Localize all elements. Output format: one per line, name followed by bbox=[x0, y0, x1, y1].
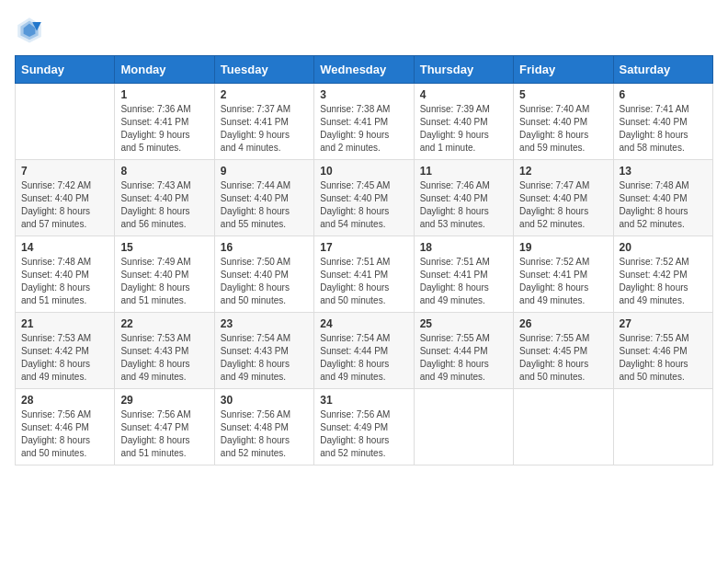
day-number: 22 bbox=[120, 317, 208, 330]
day-number: 15 bbox=[120, 241, 208, 254]
day-number: 18 bbox=[420, 241, 507, 254]
calendar-cell: 14Sunrise: 7:48 AM Sunset: 4:40 PM Dayli… bbox=[16, 236, 115, 313]
day-info: Sunrise: 7:47 AM Sunset: 4:40 PM Dayligh… bbox=[519, 179, 607, 231]
day-info: Sunrise: 7:54 AM Sunset: 4:43 PM Dayligh… bbox=[221, 332, 308, 384]
logo bbox=[15, 15, 50, 44]
day-info: Sunrise: 7:50 AM Sunset: 4:40 PM Dayligh… bbox=[221, 256, 308, 307]
calendar-cell: 18Sunrise: 7:51 AM Sunset: 4:41 PM Dayli… bbox=[414, 236, 513, 313]
calendar-cell: 23Sunrise: 7:54 AM Sunset: 4:43 PM Dayli… bbox=[214, 313, 313, 389]
calendar-cell: 21Sunrise: 7:53 AM Sunset: 4:42 PM Dayli… bbox=[16, 313, 115, 389]
day-info: Sunrise: 7:46 AM Sunset: 4:40 PM Dayligh… bbox=[420, 179, 507, 231]
day-info: Sunrise: 7:36 AM Sunset: 4:41 PM Dayligh… bbox=[120, 103, 208, 155]
day-number: 3 bbox=[320, 88, 407, 101]
day-number: 8 bbox=[120, 165, 208, 178]
day-number: 2 bbox=[221, 88, 308, 101]
calendar-cell: 26Sunrise: 7:55 AM Sunset: 4:45 PM Dayli… bbox=[514, 313, 613, 389]
day-number: 16 bbox=[221, 241, 308, 254]
day-info: Sunrise: 7:48 AM Sunset: 4:40 PM Dayligh… bbox=[21, 256, 108, 307]
calendar-cell bbox=[514, 389, 613, 465]
day-info: Sunrise: 7:37 AM Sunset: 4:41 PM Dayligh… bbox=[221, 103, 308, 155]
calendar-week-row: 14Sunrise: 7:48 AM Sunset: 4:40 PM Dayli… bbox=[16, 236, 713, 313]
day-number: 24 bbox=[320, 317, 407, 330]
calendar-cell: 25Sunrise: 7:55 AM Sunset: 4:44 PM Dayli… bbox=[414, 313, 513, 389]
day-info: Sunrise: 7:53 AM Sunset: 4:42 PM Dayligh… bbox=[21, 332, 108, 384]
calendar-cell: 15Sunrise: 7:49 AM Sunset: 4:40 PM Dayli… bbox=[115, 236, 214, 313]
day-headers-row: SundayMondayTuesdayWednesdayThursdayFrid… bbox=[16, 56, 713, 84]
calendar-cell bbox=[414, 389, 513, 465]
day-number: 30 bbox=[221, 394, 308, 407]
calendar-cell bbox=[16, 84, 115, 160]
day-info: Sunrise: 7:52 AM Sunset: 4:42 PM Dayligh… bbox=[620, 256, 707, 307]
day-header-wednesday: Wednesday bbox=[314, 56, 414, 84]
day-number: 9 bbox=[221, 165, 308, 178]
day-info: Sunrise: 7:39 AM Sunset: 4:40 PM Dayligh… bbox=[420, 103, 507, 155]
calendar-week-row: 28Sunrise: 7:56 AM Sunset: 4:46 PM Dayli… bbox=[16, 389, 713, 465]
calendar-cell: 3Sunrise: 7:38 AM Sunset: 4:41 PM Daylig… bbox=[314, 84, 414, 160]
calendar-cell: 29Sunrise: 7:56 AM Sunset: 4:47 PM Dayli… bbox=[115, 389, 214, 465]
day-number: 17 bbox=[320, 241, 407, 254]
calendar-cell: 1Sunrise: 7:36 AM Sunset: 4:41 PM Daylig… bbox=[115, 84, 214, 160]
day-number: 23 bbox=[221, 317, 308, 330]
calendar-cell: 2Sunrise: 7:37 AM Sunset: 4:41 PM Daylig… bbox=[214, 84, 313, 160]
header bbox=[15, 15, 713, 44]
calendar-cell: 22Sunrise: 7:53 AM Sunset: 4:43 PM Dayli… bbox=[115, 313, 214, 389]
calendar-cell: 24Sunrise: 7:54 AM Sunset: 4:44 PM Dayli… bbox=[314, 313, 414, 389]
day-info: Sunrise: 7:56 AM Sunset: 4:48 PM Dayligh… bbox=[221, 408, 308, 460]
calendar-cell: 6Sunrise: 7:41 AM Sunset: 4:40 PM Daylig… bbox=[613, 84, 712, 160]
day-info: Sunrise: 7:55 AM Sunset: 4:44 PM Dayligh… bbox=[420, 332, 507, 384]
calendar-cell: 5Sunrise: 7:40 AM Sunset: 4:40 PM Daylig… bbox=[514, 84, 613, 160]
day-number: 14 bbox=[21, 241, 108, 254]
calendar-cell: 7Sunrise: 7:42 AM Sunset: 4:40 PM Daylig… bbox=[16, 160, 115, 236]
day-number: 12 bbox=[519, 165, 607, 178]
day-info: Sunrise: 7:45 AM Sunset: 4:40 PM Dayligh… bbox=[320, 179, 407, 231]
day-header-sunday: Sunday bbox=[16, 56, 115, 84]
calendar-table: SundayMondayTuesdayWednesdayThursdayFrid… bbox=[15, 55, 713, 465]
day-number: 28 bbox=[21, 394, 108, 407]
day-number: 6 bbox=[620, 88, 707, 101]
day-number: 21 bbox=[21, 317, 108, 330]
day-number: 20 bbox=[620, 241, 707, 254]
day-number: 1 bbox=[120, 88, 208, 101]
day-number: 10 bbox=[320, 165, 407, 178]
calendar-cell: 28Sunrise: 7:56 AM Sunset: 4:46 PM Dayli… bbox=[16, 389, 115, 465]
calendar-cell: 9Sunrise: 7:44 AM Sunset: 4:40 PM Daylig… bbox=[214, 160, 313, 236]
calendar-cell: 4Sunrise: 7:39 AM Sunset: 4:40 PM Daylig… bbox=[414, 84, 513, 160]
calendar-cell: 27Sunrise: 7:55 AM Sunset: 4:46 PM Dayli… bbox=[613, 313, 712, 389]
calendar-cell: 13Sunrise: 7:48 AM Sunset: 4:40 PM Dayli… bbox=[613, 160, 712, 236]
day-info: Sunrise: 7:55 AM Sunset: 4:46 PM Dayligh… bbox=[620, 332, 707, 384]
calendar-cell: 16Sunrise: 7:50 AM Sunset: 4:40 PM Dayli… bbox=[214, 236, 313, 313]
day-number: 31 bbox=[320, 394, 407, 407]
calendar-cell: 10Sunrise: 7:45 AM Sunset: 4:40 PM Dayli… bbox=[314, 160, 414, 236]
day-header-friday: Friday bbox=[514, 56, 613, 84]
day-info: Sunrise: 7:51 AM Sunset: 4:41 PM Dayligh… bbox=[320, 256, 407, 307]
logo-icon bbox=[15, 15, 44, 44]
calendar-cell: 31Sunrise: 7:56 AM Sunset: 4:49 PM Dayli… bbox=[314, 389, 414, 465]
day-info: Sunrise: 7:51 AM Sunset: 4:41 PM Dayligh… bbox=[420, 256, 507, 307]
calendar-cell: 19Sunrise: 7:52 AM Sunset: 4:41 PM Dayli… bbox=[514, 236, 613, 313]
day-number: 25 bbox=[420, 317, 507, 330]
day-info: Sunrise: 7:38 AM Sunset: 4:41 PM Dayligh… bbox=[320, 103, 407, 155]
day-info: Sunrise: 7:48 AM Sunset: 4:40 PM Dayligh… bbox=[620, 179, 707, 231]
day-number: 29 bbox=[120, 394, 208, 407]
day-number: 5 bbox=[519, 88, 607, 101]
day-header-monday: Monday bbox=[115, 56, 214, 84]
day-info: Sunrise: 7:54 AM Sunset: 4:44 PM Dayligh… bbox=[320, 332, 407, 384]
calendar-cell: 30Sunrise: 7:56 AM Sunset: 4:48 PM Dayli… bbox=[214, 389, 313, 465]
day-info: Sunrise: 7:40 AM Sunset: 4:40 PM Dayligh… bbox=[519, 103, 607, 155]
day-number: 27 bbox=[620, 317, 707, 330]
day-info: Sunrise: 7:52 AM Sunset: 4:41 PM Dayligh… bbox=[519, 256, 607, 307]
calendar-cell: 8Sunrise: 7:43 AM Sunset: 4:40 PM Daylig… bbox=[115, 160, 214, 236]
day-info: Sunrise: 7:55 AM Sunset: 4:45 PM Dayligh… bbox=[519, 332, 607, 384]
day-header-saturday: Saturday bbox=[613, 56, 712, 84]
day-number: 26 bbox=[519, 317, 607, 330]
calendar-cell: 17Sunrise: 7:51 AM Sunset: 4:41 PM Dayli… bbox=[314, 236, 414, 313]
calendar-week-row: 7Sunrise: 7:42 AM Sunset: 4:40 PM Daylig… bbox=[16, 160, 713, 236]
day-info: Sunrise: 7:56 AM Sunset: 4:49 PM Dayligh… bbox=[320, 408, 407, 460]
day-info: Sunrise: 7:44 AM Sunset: 4:40 PM Dayligh… bbox=[221, 179, 308, 231]
calendar-week-row: 21Sunrise: 7:53 AM Sunset: 4:42 PM Dayli… bbox=[16, 313, 713, 389]
day-info: Sunrise: 7:56 AM Sunset: 4:47 PM Dayligh… bbox=[120, 408, 208, 460]
calendar-cell bbox=[613, 389, 712, 465]
day-info: Sunrise: 7:53 AM Sunset: 4:43 PM Dayligh… bbox=[120, 332, 208, 384]
calendar-body: 1Sunrise: 7:36 AM Sunset: 4:41 PM Daylig… bbox=[16, 84, 713, 465]
day-header-thursday: Thursday bbox=[414, 56, 513, 84]
